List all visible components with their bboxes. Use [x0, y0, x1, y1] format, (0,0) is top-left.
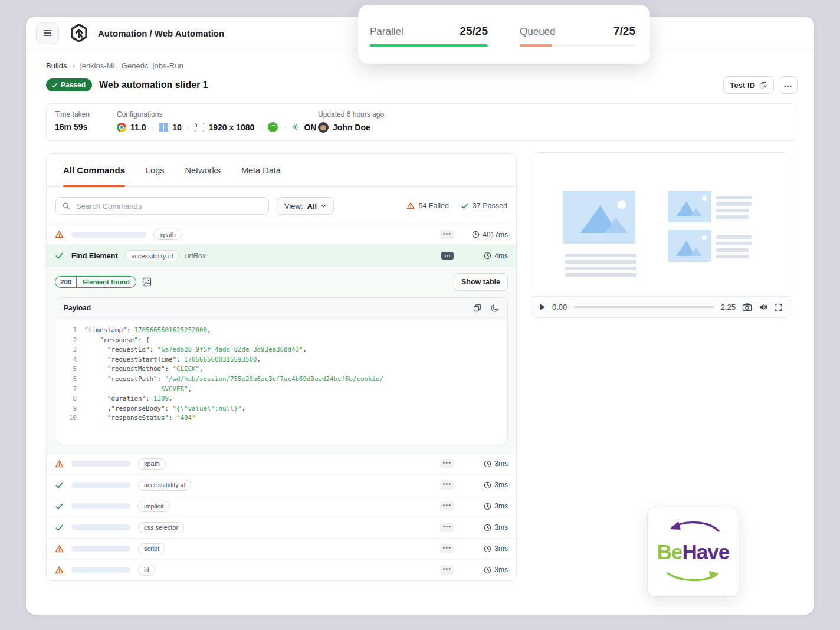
commands-toolbar: View:All 54 Failed 37 Passed	[47, 187, 516, 224]
moon-icon	[491, 304, 499, 312]
payload-title: Payload	[64, 304, 91, 312]
failed-count: 54 Failed	[406, 202, 448, 210]
volume-button[interactable]	[759, 303, 767, 311]
duration-label: 3ms	[494, 566, 508, 574]
check-icon	[55, 523, 64, 532]
configurations-value: 11.0 · 10 · 1920 x 1080 · · ON	[117, 122, 317, 132]
search-input[interactable]	[75, 201, 262, 211]
tabs: All CommandsLogsNetworksMeta Data	[47, 154, 516, 187]
placeholder-image-small	[668, 230, 711, 262]
more-actions-button[interactable]: …	[779, 76, 798, 94]
check-icon	[55, 481, 64, 490]
browser-version: 11.0	[130, 123, 146, 132]
parallel-value: 25/25	[460, 25, 488, 38]
warning-icon	[55, 566, 64, 575]
breadcrumb: Builds › jenkins-ML_Generic_jobs-Run	[46, 61, 183, 70]
row-menu-button[interactable]: •••	[440, 523, 454, 532]
row-menu-button[interactable]: •••	[440, 480, 454, 490]
check-icon	[461, 202, 469, 210]
resolution-value: 1920 x 1080	[208, 123, 254, 132]
command-row[interactable]: id•••3ms	[47, 559, 516, 580]
command-row[interactable]: css selector•••3ms	[47, 517, 516, 538]
tab-networks[interactable]: Networks	[185, 154, 220, 186]
tab-logs[interactable]: Logs	[146, 154, 164, 186]
clock-icon	[472, 231, 480, 238]
video-controls: 0:00 2:25	[531, 296, 790, 317]
commands-panel: All CommandsLogsNetworksMeta Data View:A…	[46, 153, 517, 581]
chevron-right-icon: ›	[72, 61, 74, 70]
skeleton-text	[71, 232, 146, 238]
parallel-label: Parallel	[370, 26, 403, 38]
locator-badge: accessibility-id	[125, 250, 179, 261]
command-row[interactable]: accessibility id•••3ms	[47, 474, 516, 496]
status-badge: Passed	[46, 78, 92, 91]
warning-icon	[55, 544, 64, 553]
test-id-button[interactable]: Test ID	[723, 76, 774, 94]
row-menu-button[interactable]: •••	[440, 565, 454, 575]
windows-icon	[159, 123, 168, 132]
page-title: Automation / Web Automation	[98, 28, 224, 38]
network-status: ON	[304, 123, 317, 132]
play-button[interactable]	[539, 303, 546, 311]
selected-command-row[interactable]: Find Element accessibility-id urlBox 4ms	[47, 245, 516, 266]
queued-progress-fill	[520, 44, 552, 47]
app-logo-icon	[69, 23, 89, 43]
duration-label: 3ms	[494, 523, 508, 531]
passed-count: 37 Passed	[461, 202, 507, 210]
command-target: urlBox	[185, 252, 205, 260]
behave-logo-card: BeHave	[647, 507, 739, 597]
breadcrumb-current: jenkins-ML_Generic_jobs-Run	[80, 61, 183, 70]
hamburger-menu-button[interactable]	[36, 22, 59, 44]
copy-payload-button[interactable]	[473, 304, 481, 312]
search-icon	[62, 202, 70, 210]
clock-icon	[484, 524, 491, 531]
title-row: Passed Web automation slider 1 Test ID …	[46, 75, 798, 95]
code-line: 7 SVCVER",	[61, 385, 501, 395]
row-menu-button[interactable]: •••	[440, 501, 454, 511]
skeleton-text	[71, 546, 130, 552]
dark-mode-toggle[interactable]	[491, 304, 499, 312]
screenshot-camera-button[interactable]	[742, 303, 752, 311]
video-player: 0:00 2:25	[531, 152, 790, 318]
row-menu-button[interactable]: •••	[440, 544, 454, 553]
page: Automation / Web Automation Builds › jen…	[0, 0, 840, 630]
locator-badge: implicit	[138, 501, 170, 512]
row-menu-button[interactable]: •••	[440, 459, 454, 468]
fullscreen-button[interactable]	[774, 303, 782, 311]
view-filter-dropdown[interactable]: View:All	[277, 197, 334, 215]
queued-progress-track	[520, 44, 635, 47]
breadcrumb-builds-link[interactable]: Builds	[46, 61, 67, 70]
behave-logo-text: BeHave	[648, 540, 739, 564]
row-menu-button[interactable]: •••	[440, 230, 454, 239]
command-row[interactable]: xpath•••4017ms	[47, 224, 516, 245]
payload-panel: Payload 1"timestamp": 170566560162525200…	[55, 297, 508, 444]
video-progress-bar[interactable]	[573, 306, 714, 308]
locator-badge: accessibility id	[138, 480, 191, 491]
dot-separator: ·	[151, 123, 154, 132]
tab-meta-data[interactable]: Meta Data	[241, 154, 281, 186]
check-icon	[55, 502, 64, 511]
skeleton-text	[71, 503, 130, 509]
total-time: 2:25	[721, 303, 736, 311]
code-line: 4 "requestStartTime": 170566560031559350…	[61, 355, 501, 365]
parallel-stat: Parallel 25/25	[370, 25, 488, 64]
show-table-button[interactable]: Show table	[454, 273, 508, 291]
clock-icon	[484, 503, 491, 510]
screenshot-icon[interactable]	[142, 277, 152, 287]
duration-label: 4ms	[494, 252, 508, 260]
skeleton-text	[71, 567, 130, 573]
tab-all-commands[interactable]: All Commands	[63, 154, 125, 186]
warning-icon	[55, 230, 64, 239]
search-box[interactable]	[55, 197, 269, 215]
resolution-icon	[195, 123, 204, 132]
check-icon	[51, 82, 58, 88]
chrome-icon	[117, 123, 126, 132]
duration-label: 3ms	[494, 502, 508, 510]
row-menu-button[interactable]	[441, 252, 454, 260]
locator-badge: id	[138, 565, 155, 576]
command-row[interactable]: script•••3ms	[47, 538, 516, 559]
network-icon	[291, 123, 300, 132]
command-row[interactable]: implicit•••3ms	[47, 496, 516, 517]
code-line: 9 ,"responseBody": "{\"value\":null}",	[61, 404, 501, 414]
command-row[interactable]: xpath•••3ms	[47, 453, 516, 474]
